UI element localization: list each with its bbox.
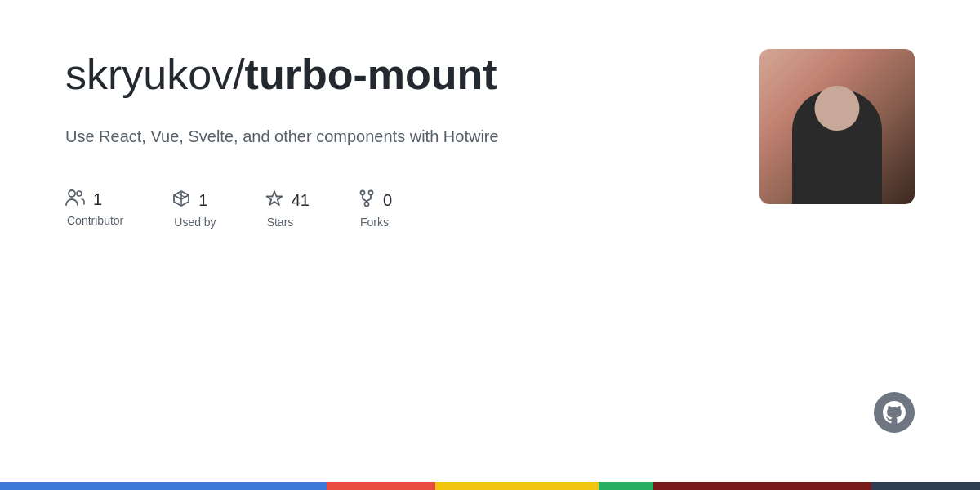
stat-used-by[interactable]: 1 Used by <box>172 189 216 229</box>
people-icon <box>65 189 85 209</box>
repo-name: turbo-mount <box>245 51 497 98</box>
github-icon-container[interactable] <box>874 392 915 433</box>
avatar <box>760 49 915 204</box>
contributors-label: Contributor <box>65 214 123 227</box>
repo-title: skryukov/turbo-mount <box>65 49 637 100</box>
used-by-count: 1 <box>198 191 207 210</box>
stat-contributors[interactable]: 1 Contributor <box>65 189 123 227</box>
star-icon <box>265 189 283 211</box>
used-by-label: Used by <box>172 216 216 229</box>
repo-username: skryukov/ <box>65 51 245 98</box>
forks-count: 0 <box>383 191 392 210</box>
svg-point-1 <box>77 191 82 196</box>
left-section: skryukov/turbo-mount Use React, Vue, Sve… <box>65 49 637 229</box>
bar-dark-red <box>653 482 871 490</box>
bar-red <box>327 482 435 490</box>
bar-blue <box>0 482 327 490</box>
forks-label: Forks <box>359 216 389 229</box>
package-icon <box>172 189 190 211</box>
stats-row: 1 Contributor <box>65 189 637 229</box>
repo-description: Use React, Vue, Svelte, and other compon… <box>65 124 637 149</box>
contributors-count: 1 <box>93 190 102 209</box>
fork-icon <box>359 189 375 211</box>
stat-forks[interactable]: 0 Forks <box>359 189 392 229</box>
stat-stars[interactable]: 41 Stars <box>265 189 310 229</box>
bottom-bar <box>0 482 980 490</box>
content-row: skryukov/turbo-mount Use React, Vue, Sve… <box>65 49 915 229</box>
svg-point-0 <box>69 190 75 197</box>
bar-green <box>599 482 653 490</box>
stars-label: Stars <box>265 216 294 229</box>
stars-count: 41 <box>292 191 310 210</box>
avatar-section <box>760 49 915 204</box>
octocat-icon[interactable] <box>874 392 915 433</box>
bar-yellow <box>435 482 599 490</box>
bar-dark-gray <box>871 482 980 490</box>
main-container: skryukov/turbo-mount Use React, Vue, Sve… <box>0 0 980 441</box>
